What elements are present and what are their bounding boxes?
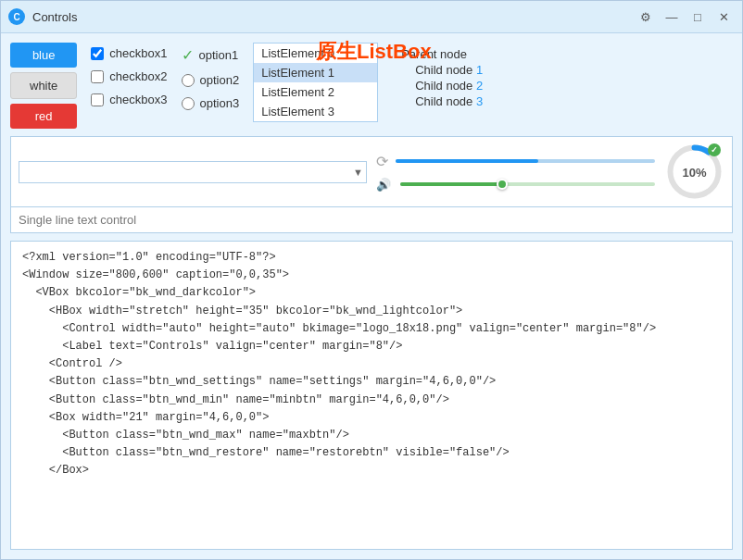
volume-icon: 🔊 xyxy=(376,178,393,192)
red-button[interactable]: red xyxy=(10,104,77,129)
window-title: Controls xyxy=(32,10,635,24)
option3-label: option3 xyxy=(200,96,240,110)
slider-row-1: ⟳ xyxy=(376,153,655,170)
radio-item-2[interactable]: option2 xyxy=(182,73,240,87)
checkbox2-input[interactable] xyxy=(91,70,104,83)
checkbox3-label: checkbox3 xyxy=(109,93,167,106)
minimize-button[interactable]: — xyxy=(661,6,683,28)
code-area[interactable]: <?xml version="1.0" encoding="UTF-8"?> <… xyxy=(10,241,733,550)
slider-fill-1 xyxy=(396,159,538,163)
progress-label: 10% xyxy=(682,165,706,179)
list-item-1[interactable]: ListElement 1 xyxy=(254,63,377,82)
app-icon: C xyxy=(8,8,25,25)
button-group: blue white red xyxy=(10,43,77,129)
tree-child-3: Child node 3 xyxy=(401,94,483,108)
list-item-0[interactable]: ListElement 0 xyxy=(254,44,377,63)
code-line-2: <VBox bkcolor="bk_wnd_darkcolor"> xyxy=(22,284,721,302)
checkmark-icon: ✓ xyxy=(182,46,194,64)
checkbox-item-3[interactable]: checkbox3 xyxy=(91,93,167,106)
code-line-5: <Label text="Controls" valign="center" m… xyxy=(22,338,721,355)
slider-track-1[interactable] xyxy=(396,159,655,163)
code-line-11: <Button class="btn_wnd_restore" name="re… xyxy=(22,444,721,462)
radio-item-3[interactable]: option3 xyxy=(182,96,240,110)
slider-row-2: 🔊 xyxy=(376,178,655,192)
code-line-8: <Button class="btn_wnd_min" name="minbtn… xyxy=(22,392,721,409)
settings-button[interactable]: ⚙ xyxy=(635,6,657,28)
list-item-3[interactable]: ListElement 3 xyxy=(254,102,377,121)
checkbox2-label: checkbox2 xyxy=(109,69,167,83)
dropdown-select[interactable] xyxy=(19,161,367,183)
maximize-button[interactable]: □ xyxy=(686,6,709,28)
option3-input[interactable] xyxy=(182,97,195,110)
tree-view: Parent node Child node 1 Child node 2 Ch… xyxy=(392,43,492,115)
option1-label: option1 xyxy=(199,48,239,62)
dropdown-container: ▼ xyxy=(19,161,367,183)
main-window: C Controls ⚙ — □ ✕ blue white red checkb… xyxy=(0,0,743,560)
checkbox-group: checkbox1 checkbox2 checkbox3 xyxy=(91,43,167,106)
checkbox3-input[interactable] xyxy=(91,93,104,106)
checkbox1-input[interactable] xyxy=(91,47,104,60)
tree-parent-node: Parent node xyxy=(401,47,483,61)
white-button[interactable]: white xyxy=(10,72,77,99)
option2-input[interactable] xyxy=(182,74,195,87)
close-button[interactable]: ✕ xyxy=(712,6,735,28)
radio-group: ✓ option1 option2 option3 xyxy=(182,43,240,110)
blue-button[interactable]: blue xyxy=(10,43,77,68)
tree-child-2: Child node 2 xyxy=(401,79,483,93)
progress-circle: 10% ✓ xyxy=(664,142,724,202)
code-line-10: <Button class="btn_wnd_max" name="maxbtn… xyxy=(22,427,721,444)
option2-label: option2 xyxy=(200,73,240,87)
checkbox1-label: checkbox1 xyxy=(109,46,167,60)
tree-child-1: Child node 1 xyxy=(401,63,483,77)
code-line-12: </Box> xyxy=(22,462,721,479)
code-line-0: <?xml version="1.0" encoding="UTF-8"?> xyxy=(22,249,721,267)
code-line-7: <Button class="btn_wnd_settings" name="s… xyxy=(22,373,721,391)
radio-item-1[interactable]: ✓ option1 xyxy=(182,46,240,64)
progress-check-icon: ✓ xyxy=(711,145,718,155)
slider-fill-2 xyxy=(400,182,502,186)
titlebar: C Controls ⚙ — □ ✕ xyxy=(1,1,742,33)
code-line-6: <Control /> xyxy=(22,355,721,373)
slider-thumb-2[interactable] xyxy=(497,179,508,190)
list-box[interactable]: ListElement 0 ListElement 1 ListElement … xyxy=(253,43,378,122)
checkbox-item-2[interactable]: checkbox2 xyxy=(91,69,167,83)
input-section: ▼ ⟳ 🔊 xyxy=(10,136,733,233)
window-controls: ⚙ — □ ✕ xyxy=(635,6,735,28)
code-line-9: <Box width="21" margin="4,6,0,0"> xyxy=(22,409,721,427)
code-line-4: <Control width="auto" height="auto" bkim… xyxy=(22,320,721,338)
loading-icon: ⟳ xyxy=(376,153,388,170)
text-input[interactable] xyxy=(11,206,732,232)
checkbox-item-1[interactable]: checkbox1 xyxy=(91,46,167,60)
main-content: blue white red checkbox1 checkbox2 check… xyxy=(1,33,742,559)
code-line-1: <Window size="800,600" caption="0,0,35"> xyxy=(22,267,721,284)
list-item-2[interactable]: ListElement 2 xyxy=(254,82,377,102)
slider-track-2[interactable] xyxy=(400,182,655,186)
code-line-3: <HBox width="stretch" height="35" bkcolo… xyxy=(22,303,721,320)
top-section: blue white red checkbox1 checkbox2 check… xyxy=(10,43,733,129)
